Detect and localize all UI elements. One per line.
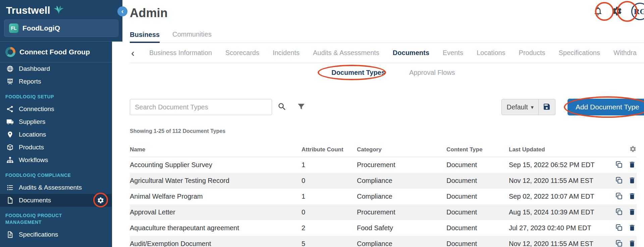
sidebar-item-reports[interactable]: Reports (0, 75, 112, 88)
cell-content-type: Document (446, 177, 509, 185)
documents-settings-gear-icon[interactable] (97, 197, 104, 204)
cell-category: Compliance (357, 240, 446, 247)
copy-button[interactable] (615, 240, 623, 247)
copy-button[interactable] (615, 161, 623, 169)
tab-communities[interactable]: Communities (172, 31, 212, 43)
cell-last-updated: Jul 27, 2023 02:40 PM EDT (509, 224, 614, 232)
table-row[interactable]: Accounting Supplier Survey 1 Procurement… (130, 157, 637, 173)
column-header-content-type[interactable]: Content Type (446, 146, 509, 153)
tab-audits-assessments[interactable]: Audits & Assessments (313, 49, 379, 57)
sidebar-item-dashboard[interactable]: Dashboard (0, 62, 112, 75)
column-header-category[interactable]: Category (357, 146, 446, 153)
document-types-table: Name Attribute Count Category Content Ty… (130, 142, 637, 247)
foodlogiq-badge: FL (9, 23, 18, 33)
tab-products[interactable]: Products (519, 49, 545, 57)
cell-attribute-count: 1 (302, 161, 357, 169)
copy-icon (615, 177, 623, 185)
copy-button[interactable] (615, 177, 623, 185)
admin-header: Admin RG (130, 0, 644, 26)
copy-button[interactable] (615, 208, 623, 217)
sidebar-item-products[interactable]: Products (0, 141, 112, 154)
file-icon (6, 196, 14, 204)
sidebar-item-label: Products (19, 144, 44, 151)
cell-attribute-count: 0 (302, 177, 357, 185)
table-row[interactable]: Aquaculture therapeutant agreement 2 Foo… (130, 220, 637, 236)
gear-icon (612, 6, 623, 17)
section-title-product-management: FOODLOGIQ PRODUCT MANAGEMENT (0, 207, 84, 228)
globe-icon (6, 65, 14, 73)
row-actions (614, 240, 637, 247)
tabs-scroll-left-button[interactable]: ‹ (130, 48, 136, 58)
cell-name: Accounting Supplier Survey (130, 161, 302, 169)
delete-button[interactable] (628, 161, 636, 169)
add-document-type-button[interactable]: Add Document Type (568, 99, 644, 115)
copy-button[interactable] (615, 224, 623, 233)
box-icon (6, 143, 14, 151)
tab-documents[interactable]: Documents (393, 49, 429, 57)
admin-settings-button[interactable] (612, 6, 623, 17)
map-pin-icon (6, 131, 14, 139)
column-header-name[interactable]: Name (130, 146, 302, 153)
table-settings-cell (614, 145, 637, 154)
view-dropdown-label: Default (506, 103, 528, 111)
column-header-attribute-count[interactable]: Attribute Count (302, 146, 357, 153)
primary-tabs: Business Communities (130, 26, 644, 43)
tab-scorecards[interactable]: Scorecards (225, 49, 259, 57)
delete-button[interactable] (628, 224, 636, 233)
delete-button[interactable] (628, 208, 636, 217)
sidebar-item-connect-food-group[interactable]: Connect Food Group (0, 42, 112, 62)
sidebar-item-workflows[interactable]: Workflows (0, 154, 112, 166)
sidebar-item-suppliers[interactable]: Suppliers (0, 115, 112, 128)
tab-incidents[interactable]: Incidents (273, 49, 300, 57)
tab-specifications[interactable]: Specifications (558, 49, 600, 57)
tab-business-information[interactable]: Business Information (149, 49, 212, 57)
delete-button[interactable] (628, 177, 636, 185)
tab-withdrawals[interactable]: Withdra (613, 49, 637, 57)
table-settings-button[interactable] (629, 145, 637, 154)
row-actions (614, 224, 637, 233)
cell-last-updated: Aug 15, 2024 10:39 AM EDT (509, 208, 614, 216)
sidebar-item-specifications[interactable]: Specifications (0, 228, 112, 241)
tab-document-types[interactable]: Document Types (331, 69, 385, 77)
add-button-wrap: Add Document Type (568, 99, 644, 115)
table-row[interactable]: Animal Welfare Program 1 Compliance Docu… (130, 189, 637, 204)
sidebar-item-foodlogiq[interactable]: FL FoodLogiQ (4, 19, 118, 37)
trash-icon (628, 161, 636, 169)
search-button[interactable] (277, 102, 287, 112)
table-row[interactable]: Audit/Exemption Document 5 Compliance Do… (130, 236, 637, 247)
sidebar-item-audits-assessments[interactable]: Audits & Assessments (0, 181, 112, 194)
column-header-last-updated[interactable]: Last Updated (509, 146, 614, 153)
sidebar-item-label: Documents (19, 197, 51, 204)
filter-button[interactable] (297, 102, 306, 112)
view-dropdown[interactable]: Default ▾ (501, 99, 538, 115)
copy-icon (615, 208, 623, 217)
notifications-button[interactable] (593, 6, 603, 17)
delete-button[interactable] (628, 192, 636, 201)
sidebar-nav: Connect Food Group Dashboard Reports FOO… (0, 42, 112, 247)
tab-locations[interactable]: Locations (477, 49, 505, 57)
bell-icon (593, 6, 603, 17)
copy-button[interactable] (615, 192, 623, 201)
table-row[interactable]: Approval Letter 0 Procurement Document A… (130, 204, 637, 220)
table-row[interactable]: Agricultural Water Testing Record 0 Comp… (130, 173, 637, 189)
cell-last-updated: Sep 15, 2022 06:52 PM EDT (509, 161, 614, 169)
sidebar-collapse-button[interactable]: ‹ (117, 6, 127, 16)
sidebar-item-connections[interactable]: Connections (0, 103, 112, 115)
cell-category: Food Safety (357, 224, 446, 232)
save-view-button[interactable] (539, 99, 555, 115)
toolbar: Default ▾ Add Document Type (130, 99, 644, 115)
cell-name: Approval Letter (130, 208, 302, 216)
tab-events[interactable]: Events (443, 49, 463, 57)
page-title: Admin (130, 6, 168, 20)
sidebar-item-documents[interactable]: Documents (0, 194, 112, 207)
trustwell-logo[interactable]: Trustwell (4, 4, 118, 17)
trash-icon (628, 192, 636, 201)
delete-button[interactable] (628, 240, 636, 247)
sidebar-item-locations[interactable]: Locations (0, 128, 112, 141)
tab-business[interactable]: Business (130, 31, 160, 43)
copy-icon (615, 240, 623, 247)
tab-approval-flows[interactable]: Approval Flows (409, 69, 455, 77)
avatar[interactable]: RG (631, 3, 644, 20)
search-input[interactable] (130, 99, 272, 115)
copy-icon (615, 161, 623, 169)
